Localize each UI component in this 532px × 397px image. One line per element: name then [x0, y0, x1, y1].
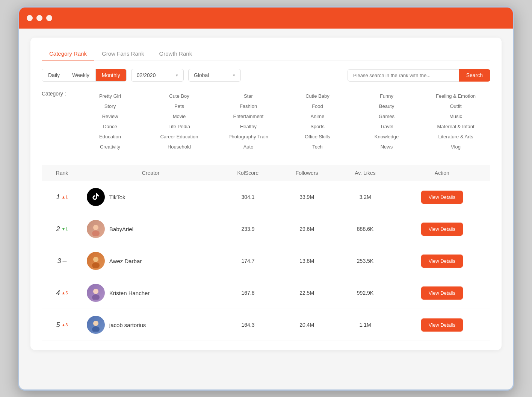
- chevron-down-icon: ▾: [233, 73, 235, 78]
- category-grid: Pretty GirlCute BoyStarCutie BabyFunnyFe…: [76, 92, 490, 151]
- category-item[interactable]: Life Pedia: [145, 123, 214, 130]
- action-cell: View Details: [394, 245, 490, 277]
- col-kolscore: KolScore: [219, 165, 277, 181]
- kol-score-cell: 174.7: [219, 245, 277, 277]
- view-details-button[interactable]: View Details: [421, 318, 463, 332]
- region-value: Global: [194, 72, 209, 78]
- category-item[interactable]: Office Skills: [283, 133, 352, 141]
- category-item[interactable]: Story: [76, 102, 145, 110]
- category-item[interactable]: Auto: [214, 143, 283, 151]
- category-section: Category : Pretty GirlCute BoyStarCutie …: [42, 91, 490, 157]
- rank-change-icon: ▼1: [61, 227, 68, 231]
- period-btn-monthly[interactable]: Monthly: [96, 69, 126, 81]
- category-item[interactable]: Education: [76, 133, 145, 141]
- creator-cell: BabyAriel: [82, 213, 219, 245]
- browser-content: Category Rank Grow Fans Rank Growth Rank…: [19, 29, 513, 389]
- period-btn-weekly[interactable]: Weekly: [66, 69, 96, 81]
- creator-name: Awez Darbar: [109, 258, 142, 264]
- tabs-container: Category Rank Grow Fans Rank Growth Rank: [42, 47, 490, 61]
- av-likes-cell: 3.2M: [337, 181, 393, 213]
- category-item[interactable]: Tech: [283, 143, 352, 151]
- category-item[interactable]: Entertainment: [214, 112, 283, 120]
- category-grid-wrapper: Pretty GirlCute BoyStarCutie BabyFunnyFe…: [76, 91, 490, 151]
- rank-table: Rank Creator KolScore Followers Av. Like…: [42, 165, 490, 341]
- category-item[interactable]: Star: [214, 92, 283, 100]
- col-creator: Creator: [82, 165, 219, 181]
- view-details-button[interactable]: View Details: [421, 255, 463, 268]
- category-item[interactable]: Anime: [283, 112, 352, 120]
- category-item[interactable]: Cute Boy: [145, 92, 214, 100]
- search-button[interactable]: Search: [459, 69, 490, 82]
- rank-cell: 5▲3: [42, 309, 82, 341]
- category-item[interactable]: Sports: [283, 123, 352, 130]
- rank-cell: 3—: [42, 245, 82, 277]
- creator-cell: Kristen Hancher: [82, 277, 219, 309]
- avatar: [87, 252, 105, 270]
- category-item[interactable]: Travel: [352, 123, 421, 130]
- category-item[interactable]: Maternal & Infant: [421, 123, 490, 130]
- av-likes-cell: 888.6K: [337, 213, 393, 245]
- table-row: 4▲5 Kristen Hancher167.822.5M992.9KView …: [42, 277, 490, 309]
- browser-dot-3: [46, 15, 52, 21]
- category-item[interactable]: Healthy: [214, 123, 283, 130]
- category-item[interactable]: Music: [421, 112, 490, 120]
- category-item[interactable]: Knowledge: [352, 133, 421, 141]
- category-item[interactable]: Movie: [145, 112, 214, 120]
- tab-category-rank[interactable]: Category Rank: [42, 47, 94, 61]
- avatar: [87, 316, 105, 334]
- table-header-row: Rank Creator KolScore Followers Av. Like…: [42, 165, 490, 181]
- rank-number: 3: [57, 257, 61, 265]
- category-item[interactable]: Games: [352, 112, 421, 120]
- category-item[interactable]: Outfit: [421, 102, 490, 110]
- category-item[interactable]: Career Education: [145, 133, 214, 141]
- category-item[interactable]: Funny: [352, 92, 421, 100]
- category-item[interactable]: Creativity: [76, 143, 145, 151]
- view-details-button[interactable]: View Details: [421, 191, 463, 204]
- rank-number: 5: [56, 321, 60, 329]
- svg-point-2: [93, 257, 98, 262]
- avatar: [87, 188, 105, 206]
- table-row: 2▼1 BabyAriel233.929.6M888.6KView Detail…: [42, 213, 490, 245]
- region-select[interactable]: Global ▾: [188, 69, 241, 82]
- category-item[interactable]: Food: [283, 102, 352, 110]
- browser-window: Category Rank Grow Fans Rank Growth Rank…: [18, 6, 514, 391]
- category-item[interactable]: Vlog: [421, 143, 490, 151]
- rank-number: 1: [56, 193, 60, 201]
- category-item[interactable]: Photography Train: [214, 133, 283, 141]
- rank-number: 4: [56, 289, 60, 297]
- creator-cell: jacob sartorius: [82, 309, 219, 341]
- creator-cell: Awez Darbar: [82, 245, 219, 277]
- category-item[interactable]: Dance: [76, 123, 145, 130]
- rank-cell: 4▲5: [42, 277, 82, 309]
- date-select[interactable]: 02/2020 ▾: [131, 69, 184, 82]
- period-btn-daily[interactable]: Daily: [42, 69, 66, 81]
- rank-change-icon: ▲3: [61, 323, 68, 327]
- category-item[interactable]: Pretty Girl: [76, 92, 145, 100]
- category-item[interactable]: Pets: [145, 102, 214, 110]
- period-buttons: Daily Weekly Monthly: [42, 69, 127, 82]
- av-likes-cell: 1.1M: [337, 309, 393, 341]
- action-cell: View Details: [394, 277, 490, 309]
- category-item[interactable]: Literature & Arts: [421, 133, 490, 141]
- category-item[interactable]: Fashion: [214, 102, 283, 110]
- category-item[interactable]: Household: [145, 143, 214, 151]
- view-details-button[interactable]: View Details: [421, 223, 463, 236]
- followers-cell: 22.5M: [277, 277, 337, 309]
- category-item[interactable]: Review: [76, 112, 145, 120]
- col-followers: Followers: [277, 165, 337, 181]
- col-rank: Rank: [42, 165, 82, 181]
- followers-cell: 29.6M: [277, 213, 337, 245]
- tab-grow-fans-rank[interactable]: Grow Fans Rank: [94, 47, 152, 61]
- followers-cell: 20.4M: [277, 309, 337, 341]
- followers-cell: 33.9M: [277, 181, 337, 213]
- rank-cell: 2▼1: [42, 213, 82, 245]
- category-item[interactable]: News: [352, 143, 421, 151]
- category-item[interactable]: Beauty: [352, 102, 421, 110]
- category-item[interactable]: Cutie Baby: [283, 92, 352, 100]
- avatar: [87, 284, 105, 302]
- search-input[interactable]: [348, 69, 459, 82]
- view-details-button[interactable]: View Details: [421, 286, 463, 300]
- tab-growth-rank[interactable]: Growth Rank: [152, 47, 200, 61]
- browser-dot-2: [36, 15, 42, 21]
- category-item[interactable]: Feeling & Emotion: [421, 92, 490, 100]
